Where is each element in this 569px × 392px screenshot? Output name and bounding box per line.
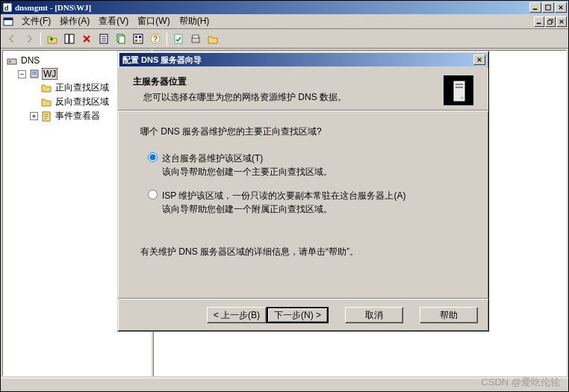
help-button[interactable]: ? bbox=[147, 31, 164, 47]
svg-rect-17 bbox=[135, 40, 137, 42]
cancel-button[interactable]: 取消 bbox=[345, 307, 403, 323]
server-icon bbox=[28, 68, 40, 80]
svg-rect-27 bbox=[32, 72, 37, 75]
mmc-icon[interactable] bbox=[2, 16, 14, 28]
svg-rect-25 bbox=[9, 60, 11, 63]
delete-button[interactable] bbox=[78, 31, 95, 47]
toolbar-separator bbox=[167, 32, 167, 46]
svg-rect-9 bbox=[65, 34, 69, 43]
show-hide-button[interactable] bbox=[61, 31, 78, 47]
tool-button-2[interactable] bbox=[187, 31, 204, 47]
events-icon bbox=[40, 111, 52, 122]
dns-wizard-dialog: 配置 DNS 服务器向导 主服务器位置 您可以选择在哪里为您的网络资源维护 DN… bbox=[117, 51, 489, 332]
dns-icon bbox=[6, 55, 18, 66]
folder-icon bbox=[40, 96, 52, 108]
help-button[interactable]: 帮助 bbox=[420, 307, 478, 323]
app-icon: d bbox=[2, 2, 13, 13]
menu-help[interactable]: 帮助(H) bbox=[175, 13, 214, 29]
wizard-question: 哪个 DNS 服务器维护您的主要正向查找区域? bbox=[140, 125, 466, 138]
server-tower-icon bbox=[444, 75, 473, 105]
radio-isp-sub: 该向导帮助您创建一个附属正向查找区域。 bbox=[162, 202, 405, 216]
svg-rect-21 bbox=[175, 34, 182, 43]
toolbar: ? bbox=[1, 29, 568, 49]
status-bar bbox=[1, 378, 568, 391]
svg-rect-23 bbox=[193, 35, 199, 38]
export-button[interactable] bbox=[130, 31, 146, 47]
refresh-button[interactable] bbox=[113, 31, 129, 47]
tree-events-label: 事件查看器 bbox=[54, 110, 102, 122]
dialog-title-bar: 配置 DNS 服务器向导 bbox=[119, 53, 487, 66]
svg-rect-30 bbox=[455, 84, 463, 85]
tree-server-label: WJ bbox=[42, 68, 57, 80]
menu-action[interactable]: 操作(A) bbox=[55, 13, 94, 29]
wizard-header: 主服务器位置 您可以选择在哪里为您的网络资源维护 DNS 数据。 bbox=[118, 68, 488, 111]
menu-file[interactable]: 文件(F) bbox=[17, 13, 55, 29]
main-title-text: dnsmgmt - [DNS\WJ] bbox=[15, 3, 529, 12]
tool-button-3[interactable] bbox=[205, 31, 221, 47]
svg-rect-24 bbox=[7, 59, 16, 64]
menu-view[interactable]: 查看(V) bbox=[94, 13, 133, 29]
close-button[interactable] bbox=[555, 2, 567, 13]
mdi-minimize-button[interactable] bbox=[534, 16, 544, 27]
expand-icon[interactable]: + bbox=[30, 112, 38, 120]
next-button[interactable]: 下一步(N) > bbox=[267, 307, 329, 323]
wizard-content: 哪个 DNS 服务器维护您的主要正向查找区域? 这台服务器维护该区域(T) 该向… bbox=[118, 111, 488, 299]
tree-forward-label: 正向查找区域 bbox=[54, 81, 111, 94]
dialog-title-text: 配置 DNS 服务器向导 bbox=[121, 55, 473, 66]
radio-this-server-label: 这台服务器维护该区域(T) bbox=[162, 153, 263, 164]
wizard-hint: 有关维护 DNS 服务器区域的详细信息，请单击“帮助”。 bbox=[140, 246, 466, 258]
svg-rect-5 bbox=[4, 18, 13, 20]
main-title-bar: d dnsmgmt - [DNS\WJ] bbox=[1, 1, 568, 14]
folder-icon bbox=[40, 82, 52, 94]
mdi-restore-button[interactable] bbox=[545, 16, 556, 27]
radio-isp[interactable] bbox=[148, 190, 158, 199]
svg-text:?: ? bbox=[153, 35, 158, 43]
svg-rect-2 bbox=[533, 9, 538, 10]
minimize-button[interactable] bbox=[529, 2, 541, 13]
radio-this-server-sub: 该向导帮助您创建一个主要正向查找区域。 bbox=[162, 165, 332, 178]
svg-rect-15 bbox=[135, 36, 137, 38]
back-button[interactable] bbox=[4, 31, 20, 47]
svg-rect-31 bbox=[455, 87, 463, 88]
radio-this-server[interactable] bbox=[148, 152, 158, 162]
radio-option-isp[interactable]: ISP 维护该区域，一份只读的次要副本常驻在这台服务器上(A) 该向导帮助您创建… bbox=[148, 189, 466, 216]
radio-isp-label: ISP 维护该区域，一份只读的次要副本常驻在这台服务器上(A) bbox=[162, 190, 405, 201]
svg-text:d: d bbox=[4, 4, 9, 12]
up-button[interactable] bbox=[44, 31, 60, 47]
svg-rect-16 bbox=[139, 36, 141, 38]
svg-rect-8 bbox=[548, 20, 552, 24]
svg-rect-14 bbox=[134, 34, 143, 43]
tree-reverse-label: 反向查找区域 bbox=[54, 96, 111, 108]
svg-rect-10 bbox=[69, 34, 74, 43]
forward-button[interactable] bbox=[21, 31, 37, 47]
svg-rect-3 bbox=[546, 5, 550, 10]
menu-bar: 文件(F) 操作(A) 查看(V) 窗口(W) 帮助(H) bbox=[1, 14, 568, 29]
mdi-close-button[interactable] bbox=[556, 16, 567, 27]
properties-button[interactable] bbox=[96, 31, 112, 47]
radio-option-this-server[interactable]: 这台服务器维护该区域(T) 该向导帮助您创建一个主要正向查找区域。 bbox=[148, 152, 466, 178]
dialog-close-button[interactable] bbox=[473, 55, 485, 65]
wizard-buttons: < 上一步(B) 下一步(N) > 取消 帮助 bbox=[118, 299, 488, 331]
back-button[interactable]: < 上一步(B) bbox=[207, 307, 267, 323]
tool-button-1[interactable] bbox=[170, 31, 187, 47]
tree-root-label: DNS bbox=[19, 55, 41, 66]
collapse-icon[interactable]: − bbox=[18, 70, 26, 78]
svg-point-32 bbox=[461, 97, 464, 99]
wizard-header-subtitle: 您可以选择在哪里为您的网络资源维护 DNS 数据。 bbox=[143, 91, 444, 104]
svg-rect-13 bbox=[119, 36, 125, 43]
svg-rect-6 bbox=[537, 22, 541, 24]
menu-window[interactable]: 窗口(W) bbox=[133, 13, 174, 29]
toolbar-separator bbox=[40, 32, 41, 46]
wizard-header-title: 主服务器位置 bbox=[133, 75, 444, 88]
svg-rect-18 bbox=[139, 40, 141, 42]
maximize-button[interactable] bbox=[542, 2, 554, 13]
